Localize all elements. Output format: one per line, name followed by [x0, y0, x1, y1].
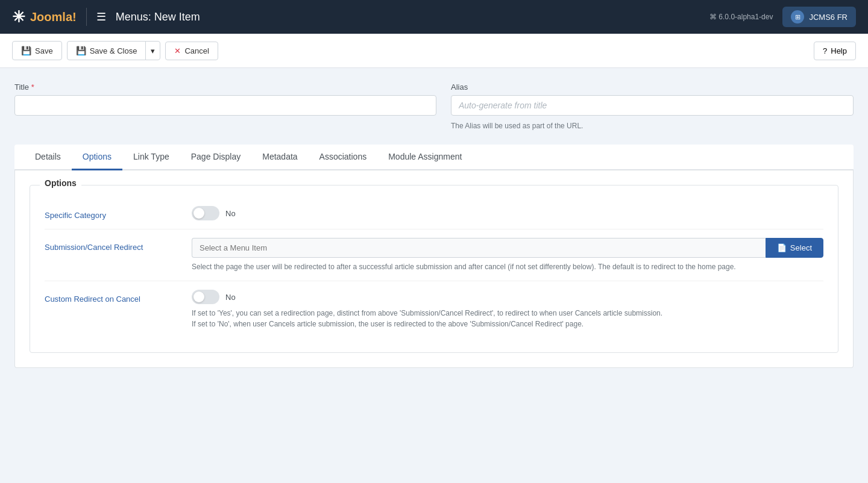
user-label: JCMS6 FR: [809, 13, 848, 22]
save-dropdown-button[interactable]: ▾: [145, 41, 160, 60]
alias-label: Alias: [451, 83, 854, 92]
submission-cancel-label: Submission/Cancel Redirect: [45, 238, 177, 252]
options-section: Options Specific Category No Submission/…: [30, 185, 838, 353]
save-close-icon: 💾: [76, 46, 86, 55]
tab-details[interactable]: Details: [24, 145, 72, 170]
toolbar: 💾 Save 💾 Save & Close ▾ ✕ Cancel ? Help: [0, 34, 868, 68]
hamburger-icon[interactable]: ☰: [96, 10, 106, 23]
cancel-button[interactable]: ✕ Cancel: [165, 42, 218, 60]
options-legend: Options: [40, 178, 81, 188]
custom-redirect-toggle-wrapper: No: [192, 290, 823, 304]
tab-options[interactable]: Options: [72, 145, 122, 170]
cancel-icon: ✕: [174, 46, 181, 55]
alias-hint: The Alias will be used as part of the UR…: [451, 122, 854, 130]
specific-category-toggle[interactable]: [192, 206, 219, 220]
top-navigation: ✳ Joomla! ☰ Menus: New Item ⌘ 6.0.0-alph…: [0, 0, 868, 34]
save-button[interactable]: 💾 Save: [12, 41, 62, 60]
title-field-group: Title *: [14, 83, 436, 130]
select-button[interactable]: 📄 Select: [766, 238, 823, 258]
logo: ✳ Joomla!: [12, 8, 77, 26]
custom-redirect-cancel-control: No If set to 'Yes', you can set a redire…: [192, 290, 823, 329]
submission-cancel-description: Select the page the user will be redirec…: [192, 261, 823, 272]
toolbar-left: 💾 Save 💾 Save & Close ▾ ✕ Cancel: [12, 41, 218, 60]
title-alias-row: Title * Alias The Alias will be used as …: [14, 83, 854, 130]
tab-associations[interactable]: Associations: [309, 145, 378, 170]
title-input[interactable]: [14, 95, 436, 116]
title-required: *: [31, 83, 34, 92]
specific-category-label: Specific Category: [45, 206, 177, 220]
custom-redirect-description: If set to 'Yes', you can set a redirecti…: [192, 308, 823, 329]
select-button-label: Select: [790, 243, 812, 252]
tab-metadata[interactable]: Metadata: [251, 145, 308, 170]
chevron-down-icon: ▾: [151, 46, 155, 55]
tab-page-display[interactable]: Page Display: [180, 145, 252, 170]
save-close-group: 💾 Save & Close ▾: [67, 41, 161, 60]
submission-cancel-control: 📄 Select Select the page the user will b…: [192, 238, 823, 272]
select-icon: 📄: [777, 243, 787, 252]
logo-text: Joomla!: [30, 10, 77, 24]
nav-divider: [86, 8, 87, 26]
tab-module-assignment[interactable]: Module Assignment: [377, 145, 473, 170]
main-content: Title * Alias The Alias will be used as …: [0, 68, 868, 483]
custom-redirect-toggle[interactable]: [192, 290, 219, 304]
alias-input[interactable]: [451, 95, 854, 116]
nav-right: ⌘ 6.0.0-alpha1-dev ⊞ JCMS6 FR: [709, 7, 856, 27]
specific-category-control: No: [192, 206, 823, 220]
submission-cancel-redirect-row: Submission/Cancel Redirect 📄 Select Sele…: [45, 229, 823, 281]
help-button[interactable]: ? Help: [814, 42, 856, 60]
specific-category-row: Specific Category No: [45, 198, 823, 229]
select-with-btn: 📄 Select: [192, 238, 823, 258]
title-label: Title *: [14, 83, 436, 92]
alias-field-group: Alias The Alias will be used as part of …: [451, 83, 854, 130]
tabs-wrapper: Details Options Link Type Page Display M…: [14, 145, 854, 170]
custom-redirect-cancel-row: Custom Redirect on Cancel No If set to '…: [45, 281, 823, 338]
save-icon: 💾: [21, 46, 31, 55]
specific-category-toggle-label: No: [225, 209, 236, 218]
menu-item-input[interactable]: [192, 238, 766, 258]
user-avatar: ⊞: [791, 10, 804, 23]
tab-content-options: Options Specific Category No Submission/…: [14, 170, 854, 368]
custom-redirect-cancel-label: Custom Redirect on Cancel: [45, 290, 177, 304]
user-button[interactable]: ⊞ JCMS6 FR: [782, 7, 856, 27]
help-icon: ?: [823, 46, 827, 55]
custom-redirect-toggle-label: No: [225, 293, 236, 302]
version-badge: ⌘ 6.0.0-alpha1-dev: [709, 13, 773, 21]
nav-left: ✳ Joomla! ☰ Menus: New Item: [12, 8, 200, 26]
page-title-nav: Menus: New Item: [116, 11, 200, 23]
specific-category-toggle-wrapper: No: [192, 206, 823, 220]
tab-link-type[interactable]: Link Type: [122, 145, 180, 170]
logo-icon: ✳: [12, 8, 25, 26]
save-close-button[interactable]: 💾 Save & Close: [67, 41, 146, 60]
tabs-list: Details Options Link Type Page Display M…: [14, 145, 854, 169]
